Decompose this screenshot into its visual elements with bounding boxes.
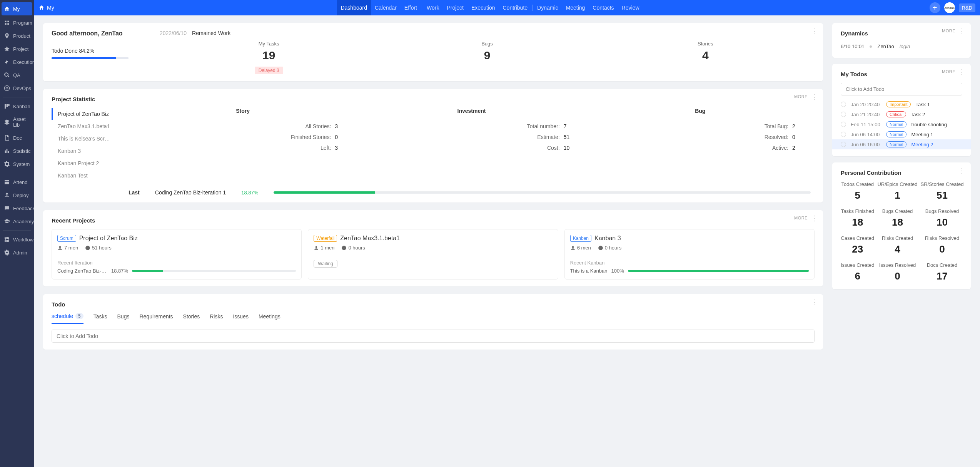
more-link[interactable]: MORE (794, 216, 808, 220)
project-card[interactable]: ScrumProject of ZenTao Biz7 men51 hoursR… (52, 229, 302, 280)
nav-work[interactable]: Work (423, 0, 443, 15)
checkbox[interactable] (841, 142, 846, 147)
nav-dashboard[interactable]: Dashboard (337, 0, 371, 15)
stat-my-tasks[interactable]: My Tasks19Delayed 3 (160, 41, 378, 74)
card-menu-icon[interactable]: ⋮ (958, 69, 965, 75)
tab-meetings[interactable]: Meetings (259, 313, 280, 324)
card-menu-icon[interactable]: ⋮ (958, 167, 965, 174)
project-list-item[interactable]: Kanban 3 (52, 145, 121, 157)
tab-bugs[interactable]: Bugs (117, 313, 130, 324)
checkbox[interactable] (841, 102, 846, 107)
tab-issues[interactable]: Issues (233, 313, 248, 324)
sidebar-item-admin[interactable]: Admin (0, 246, 34, 259)
sidebar-item-product[interactable]: Product (0, 29, 34, 42)
recent-projects-card: Recent Projects MORE ⋮ ScrumProject of Z… (43, 210, 823, 286)
nav-effort[interactable]: Effort (401, 0, 421, 15)
todo-item[interactable]: Jan 20 20:40ImportantTask 1 (841, 99, 962, 109)
dot-icon (870, 45, 872, 48)
contrib-issues-resolved[interactable]: Issues Resolved0 (877, 262, 917, 282)
project-card[interactable]: WaterfallZenTao Max3.1.beta11 men0 hours… (308, 229, 558, 280)
contrib-risks-created[interactable]: Risks Created4 (877, 235, 917, 255)
tab-schedule[interactable]: schedule5 (52, 313, 83, 324)
contrib-ur-epics-created[interactable]: UR/Epics Created1 (877, 181, 917, 201)
nav-calendar[interactable]: Calendar (371, 0, 401, 15)
sidebar-item-qa[interactable]: QA (0, 69, 34, 82)
project-card[interactable]: KanbanKanban 36 men0 hoursRecent KanbanT… (564, 229, 815, 280)
sidebar-item-my[interactable]: My (2, 2, 32, 15)
todo-item[interactable]: Feb 11 15:00Normaltrouble shooting (841, 119, 962, 129)
todo-item[interactable]: Jan 21 20:40CriticalTask 2 (841, 109, 962, 119)
contrib-docs-created[interactable]: Docs Created17 (920, 262, 963, 282)
nav-contribute[interactable]: Contribute (499, 0, 531, 15)
contrib-tasks-finished[interactable]: Tasks Finished18 (841, 208, 874, 228)
contrib-cases-created[interactable]: Cases Created23 (841, 235, 874, 255)
sidebar-item-doc[interactable]: Doc (0, 131, 34, 144)
sidebar-item-workflow[interactable]: Workflow (0, 233, 34, 246)
nav-project[interactable]: Project (443, 0, 467, 15)
nav-dynamic[interactable]: Dynamic (533, 0, 562, 15)
last-iteration-name[interactable]: Coding ZenTao Biz-iteration 1 (155, 189, 226, 196)
hours: 51 hours (85, 245, 112, 251)
add-todo-input[interactable] (841, 83, 962, 95)
sidebar-item-devops[interactable]: DevOps (0, 82, 34, 95)
card-menu-icon[interactable]: ⋮ (958, 28, 965, 35)
tab-stories[interactable]: Stories (183, 313, 200, 324)
attend-icon (4, 179, 10, 185)
todo-item[interactable]: Jun 06 16:00NormalMeeting 2 (832, 139, 971, 149)
contrib-sr-stories-created[interactable]: SR/Stories Created51 (920, 181, 963, 201)
checkbox[interactable] (841, 132, 846, 137)
priority-badge: Normal (886, 121, 907, 127)
sidebar-item-asset-lib[interactable]: Asset Lib (0, 113, 34, 131)
contrib-todos-created[interactable]: Todos Created5 (841, 181, 874, 201)
card-menu-icon[interactable]: ⋮ (811, 215, 818, 222)
project-list-item[interactable]: ZenTao Max3.1.beta1 (52, 120, 121, 132)
sidebar-item-system[interactable]: System (0, 157, 34, 171)
checkbox[interactable] (841, 112, 846, 117)
card-menu-icon[interactable]: ⋮ (811, 94, 818, 100)
top-nav: DashboardCalendarEffortWorkProjectExecut… (337, 0, 643, 15)
nav-execution[interactable]: Execution (467, 0, 499, 15)
dynamic-row[interactable]: 6/10 10:01ZenTao login (841, 42, 962, 51)
breadcrumb[interactable]: My (38, 5, 54, 11)
nav-review[interactable]: Review (618, 0, 643, 15)
logo[interactable]: ZenTao (944, 2, 955, 13)
sidebar-item-project[interactable]: Project (0, 42, 34, 55)
sidebar-item-statistic[interactable]: Statistic (0, 144, 34, 157)
project-list-item[interactable]: Project of ZenTao Biz (52, 108, 121, 120)
todo-card: Todo ⋮ schedule5TasksBugsRequirementsSto… (43, 294, 823, 350)
tab-requirements[interactable]: Requirements (139, 313, 173, 324)
role-badge[interactable]: R&D (959, 3, 975, 12)
project-list-item[interactable]: This is Kelsea's Scr… (52, 132, 121, 145)
checkbox[interactable] (841, 122, 846, 127)
sidebar-item-program[interactable]: Program (0, 16, 34, 29)
sidebar-item-execution[interactable]: Execution (0, 55, 34, 69)
hours: 0 hours (341, 245, 365, 251)
contrib-risks-resolved[interactable]: Risks Resolved0 (920, 235, 963, 255)
project-list-item[interactable]: Kanban Project 2 (52, 157, 121, 169)
tab-tasks[interactable]: Tasks (93, 313, 107, 324)
todo-item[interactable]: Jun 06 14:00NormalMeeting 1 (841, 129, 962, 139)
contrib-issues-created[interactable]: Issues Created6 (841, 262, 874, 282)
sidebar-item-deploy[interactable]: Deploy (0, 189, 34, 202)
add-todo-input[interactable] (52, 330, 815, 343)
stat-stories[interactable]: Stories4 (596, 41, 815, 74)
contrib-bugs-resolved[interactable]: Bugs Resolved10 (920, 208, 963, 228)
sidebar-item-feedback[interactable]: Feedback (0, 202, 34, 215)
tab-risks[interactable]: Risks (210, 313, 223, 324)
nav-contacts[interactable]: Contacts (589, 0, 618, 15)
more-link[interactable]: MORE (942, 69, 955, 74)
sidebar-item-attend[interactable]: Attend (0, 176, 34, 189)
sidebar-item-academy[interactable]: Academy (0, 215, 34, 228)
more-link[interactable]: MORE (794, 94, 808, 99)
team-size: 7 men (57, 245, 78, 251)
card-menu-icon[interactable]: ⋮ (811, 28, 818, 35)
more-link[interactable]: MORE (942, 28, 955, 33)
sidebar-item-kanban[interactable]: Kanban (0, 100, 34, 113)
nav-meeting[interactable]: Meeting (562, 0, 589, 15)
project-statistic-card: Project Statistic MORE ⋮ Project of ZenT… (43, 89, 823, 203)
stat-bugs[interactable]: Bugs9 (378, 41, 596, 74)
add-button[interactable]: + (930, 2, 940, 13)
card-menu-icon[interactable]: ⋮ (811, 299, 818, 306)
project-list-item[interactable]: Kanban Test (52, 169, 121, 182)
contrib-bugs-created[interactable]: Bugs Created18 (877, 208, 917, 228)
